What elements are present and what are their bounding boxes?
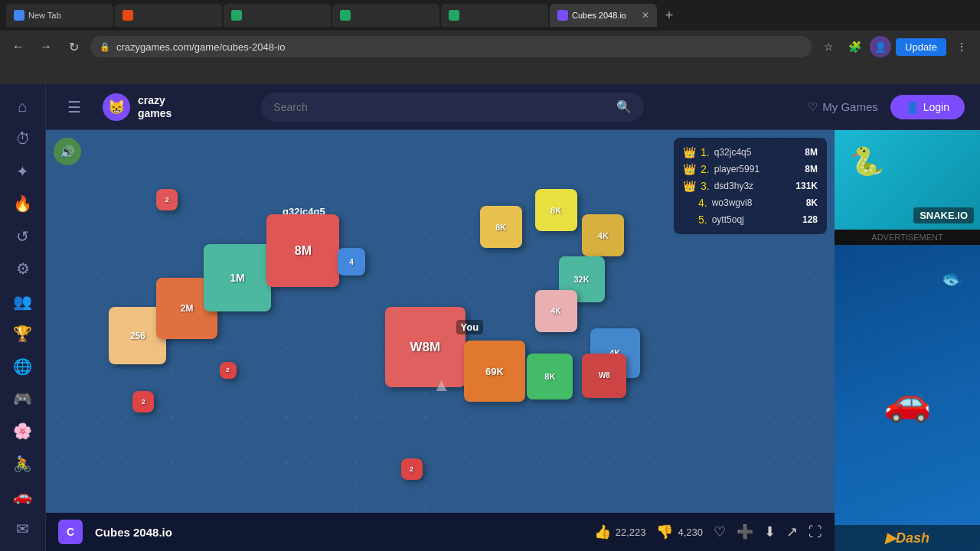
game-actions: 👍 22,223 👎 4,230 ♡ ➕ ⬇ ↗ ⛶ xyxy=(594,523,822,540)
heart-icon: ♡ xyxy=(808,100,818,114)
cube-large-4: 8M xyxy=(266,214,339,287)
heart-button[interactable]: ♡ xyxy=(714,523,726,540)
snake-decoration: 🐍 xyxy=(850,145,884,178)
sidebar-item-racing[interactable]: 🚗 xyxy=(6,481,40,510)
lb-rank-2: 2. xyxy=(701,163,710,175)
hamburger-btn[interactable]: ☰ xyxy=(61,92,87,122)
lb-rank-1: 1. xyxy=(701,146,710,158)
update-button[interactable]: Update xyxy=(896,38,946,56)
user-icon: 👤 xyxy=(906,101,919,113)
new-tab-btn[interactable]: + xyxy=(658,5,680,26)
download-button[interactable]: ⬇ xyxy=(764,523,776,540)
tab-close-btn[interactable]: ✕ xyxy=(642,10,649,21)
nav-bar: ← → ↻ 🔒 crazygames.com/game/cubes-2048-i… xyxy=(0,31,980,63)
tab-2[interactable] xyxy=(115,4,222,27)
site-header: ☰ 😸 crazy games 🔍 ♡ My Games 👤 L xyxy=(46,84,980,130)
lb-row-4: 4. wo3wgvi8 8K xyxy=(683,194,818,211)
dash-ad-bg: 🐟 🚗 ▶Dash xyxy=(835,245,980,551)
sidebar-item-tools[interactable]: ⚙ xyxy=(6,254,40,283)
sidebar-item-updated[interactable]: ↺ xyxy=(6,222,40,251)
profile-avatar[interactable]: 👤 xyxy=(870,36,891,57)
sidebar-item-featured[interactable]: ✦ xyxy=(6,157,40,186)
cube-yellow-1: 8K xyxy=(480,206,522,248)
more-options-btn[interactable]: ⋮ xyxy=(951,36,972,57)
sidebar-item-recent[interactable]: ⏱ xyxy=(6,124,40,153)
search-bar[interactable]: 🔍 xyxy=(261,93,644,122)
share-button[interactable]: ↗ xyxy=(786,523,798,540)
lb-crown-3: 👑 xyxy=(683,180,696,192)
lb-name-2: player5991 xyxy=(714,164,801,174)
fullscreen-button[interactable]: ⛶ xyxy=(808,524,822,540)
login-button[interactable]: 👤 Login xyxy=(890,95,965,119)
tab-4[interactable] xyxy=(332,4,439,27)
tab-3[interactable] xyxy=(224,4,331,27)
dash-brand-text: ▶Dash xyxy=(885,530,929,546)
tab-favicon-1 xyxy=(14,10,24,21)
leaderboard: 👑 1. q32jc4q5 8M 👑 2. player5991 8M xyxy=(674,138,827,234)
dislike-group: 👎 4,230 xyxy=(656,523,703,540)
tab-favicon-4 xyxy=(340,10,351,21)
game-viewport[interactable]: 🔊 q32jc4q5 2 256 2M 1M 8M 4 xyxy=(46,130,835,551)
cube-small-1: 2 xyxy=(156,189,178,210)
game-area: 🔊 q32jc4q5 2 256 2M 1M 8M 4 xyxy=(46,130,980,551)
sidebar-item-home[interactable]: ⌂ xyxy=(6,92,40,121)
game-icon-small: C xyxy=(58,520,83,544)
tab-1[interactable]: New Tab xyxy=(6,4,113,27)
logo-text: crazy games xyxy=(138,94,172,120)
cursor-indicator: ▲ xyxy=(433,374,451,396)
tab-favicon-3 xyxy=(231,10,242,21)
sidebar-item-io[interactable]: 🌐 xyxy=(6,351,40,380)
my-games-button[interactable]: ♡ My Games xyxy=(808,100,878,114)
sidebar-item-multiplayer[interactable]: 👥 xyxy=(6,287,40,316)
search-icon: 🔍 xyxy=(616,99,632,114)
lb-name-5: oytt5oqj xyxy=(712,214,798,225)
sidebar-item-leaderboard[interactable]: 🏆 xyxy=(6,319,40,348)
forward-btn[interactable]: → xyxy=(35,36,57,57)
sidebar-item-hot[interactable]: 🔥 xyxy=(6,189,40,218)
lb-score-5: 128 xyxy=(802,214,818,225)
cube-main-large: W8M xyxy=(385,307,466,387)
dislike-icon[interactable]: 👎 xyxy=(656,523,673,540)
plus-button[interactable]: ➕ xyxy=(737,523,753,540)
tab-favicon-5 xyxy=(449,10,459,21)
like-icon[interactable]: 👍 xyxy=(594,523,611,540)
like-count: 22,223 xyxy=(616,527,646,538)
tab-5[interactable] xyxy=(441,4,548,27)
dislike-count: 4,230 xyxy=(678,527,703,538)
extensions-btn[interactable]: 🧩 xyxy=(844,36,865,57)
lb-row-2: 👑 2. player5991 8M xyxy=(683,161,818,178)
sidebar-item-sports[interactable]: 🚴 xyxy=(6,449,40,478)
reload-btn[interactable]: ↻ xyxy=(63,36,84,57)
advertisement-label: ADVERTISEMENT xyxy=(835,230,980,245)
lb-rank-4: 4. xyxy=(698,197,707,209)
cube-yellow-3: 4K xyxy=(582,214,624,256)
url-bar[interactable]: 🔒 crazygames.com/game/cubes-2048-io xyxy=(90,36,812,57)
bookmark-star-btn[interactable]: ☆ xyxy=(818,36,839,57)
fish-visual: 🐟 xyxy=(939,266,967,292)
nav-actions: ☆ 🧩 👤 Update ⋮ xyxy=(818,36,972,57)
lb-name-4: wo3wgvi8 xyxy=(712,197,802,208)
back-btn[interactable]: ← xyxy=(8,36,29,57)
game-bg: 🔊 q32jc4q5 2 256 2M 1M 8M 4 xyxy=(46,130,835,551)
logo-area[interactable]: 😸 crazy games xyxy=(103,93,172,121)
dash-logo: ▶Dash xyxy=(835,525,980,551)
lb-name-3: dsd3hy3z xyxy=(714,181,792,191)
cube-blue-small: 4 xyxy=(338,248,365,276)
lb-name-1: q32jc4q5 xyxy=(714,147,801,158)
car-visual: 🚗 xyxy=(884,380,931,424)
snake-io-card[interactable]: 🐍 SNAKE.IO xyxy=(835,130,980,230)
game-title: Cubes 2048.io xyxy=(95,526,172,539)
cube-yellow-2: 8K xyxy=(535,189,577,231)
main-content: ☰ 😸 crazy games 🔍 ♡ My Games 👤 L xyxy=(46,84,980,551)
lb-rank-5: 5. xyxy=(698,214,707,226)
tab-active[interactable]: Cubes 2048.io ✕ xyxy=(550,4,657,27)
site-container: ⌂ ⏱ ✦ 🔥 ↺ ⚙ 👥 🏆 🌐 🎮 🌸 🚴 🚗 ✉ ☰ 😸 crazy ga… xyxy=(0,84,980,551)
ad-banner-card: ✕ 🐟 🚗 ▶Dash xyxy=(835,245,980,551)
lb-score-3: 131K xyxy=(795,181,818,191)
cube-orange: 69K xyxy=(464,341,525,402)
search-input[interactable] xyxy=(273,101,609,113)
right-panel: 🐍 SNAKE.IO ADVERTISEMENT ✕ 🐟 🚗 ▶Dash xyxy=(835,130,980,551)
sidebar-item-messages[interactable]: ✉ xyxy=(6,514,40,543)
sidebar-item-action[interactable]: 🎮 xyxy=(6,384,40,413)
sidebar-item-casual[interactable]: 🌸 xyxy=(6,416,40,445)
